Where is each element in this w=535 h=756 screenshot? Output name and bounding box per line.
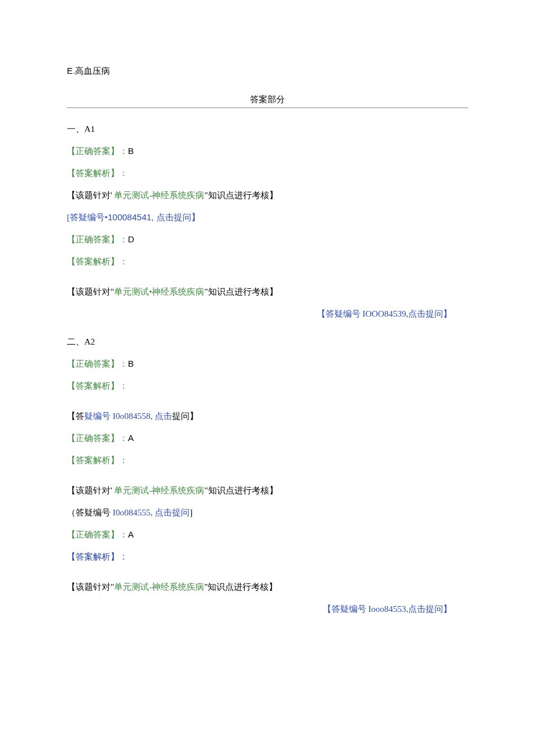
answers-section-title: 答案部分 <box>67 94 468 105</box>
s2q1-ref[interactable]: 【答疑编号 I0o084558, 点击提问】 <box>67 409 468 423</box>
label-correct-answer: 【正确答案】： <box>67 359 128 368</box>
s1q1-ref[interactable]: [答疑编号•100084541, 点击提问】 <box>67 210 468 224</box>
s1q1-correct-answer: 【正确答案】：B <box>67 144 468 158</box>
ref-suffix: 】 <box>191 213 200 222</box>
s2q1-analysis-label: 【答案解析】： <box>67 379 468 393</box>
ref-prefix: （答疑编号 <box>67 508 113 517</box>
value-correct-answer: D <box>128 234 134 244</box>
knowledge-prefix: 【该题针对" <box>67 287 114 296</box>
knowledge-prefix: 【该题针对' <box>67 191 112 200</box>
value-correct-answer: A <box>128 433 134 443</box>
ref-id: 100084541, 点击提问 <box>108 212 191 222</box>
s2q1-correct-answer: 【正确答案】：B <box>67 357 468 371</box>
s2q3-analysis-label: 【答案解析】： <box>67 550 468 564</box>
knowledge-topic: 单元测试-神经系统疾病 <box>112 486 205 495</box>
value-correct-answer: B <box>128 146 134 156</box>
knowledge-topic: 单元测试-神经系统疾病 <box>114 582 204 592</box>
knowledge-suffix: "知识点进行考核】 <box>204 486 277 495</box>
s2q3-ref[interactable]: 【答疑编号 Iooo84553,点击提问】 <box>67 602 468 616</box>
s2q2-ref[interactable]: （答疑编号 I0o084555, 点击提问] <box>67 506 468 519</box>
knowledge-topic: 单元测试-神经系统疾病 <box>112 191 205 200</box>
ref-suffix: 提问】 <box>172 411 198 421</box>
s2q2-knowledge: 【该题针对' 单元测试-神经系统疾病"知识点进行考核】 <box>67 483 468 497</box>
knowledge-suffix: "知识点进行考核】 <box>204 582 277 592</box>
label-correct-answer: 【正确答案】： <box>67 530 128 539</box>
s1q2-ref[interactable]: 【答疑编号 IOOO84539,点击提问】 <box>67 307 468 321</box>
s1q2-correct-answer: 【正确答案】：D <box>67 232 468 246</box>
knowledge-suffix: "知识点进行考核】 <box>204 191 277 200</box>
knowledge-prefix: 【该题针对' <box>67 486 112 495</box>
s1q1-knowledge: 【该题针对' 单元测试-神经系统疾病"知识点进行考核】 <box>67 188 468 202</box>
value-correct-answer: B <box>128 359 134 368</box>
knowledge-prefix: 【该题针对" <box>67 582 114 592</box>
s1q2-knowledge: 【该题针对"单元测试•神经系统疾病"知识点进行考核】 <box>67 285 468 299</box>
s2q2-analysis-label: 【答案解析】： <box>67 453 468 467</box>
divider <box>67 108 468 108</box>
value-correct-answer: A <box>128 529 134 539</box>
label-correct-answer: 【正确答案】： <box>67 235 128 244</box>
section-2-label: 二、A2 <box>67 335 468 349</box>
label-correct-answer: 【正确答案】： <box>67 146 128 156</box>
section-1-label: 一、A1 <box>67 122 468 136</box>
ref-middle: 疑编号 I0o084558, 点击 <box>84 411 172 421</box>
s2q2-correct-answer: 【正确答案】：A <box>67 431 468 445</box>
s1q1-analysis-label: 【答案解析】： <box>67 166 468 180</box>
ref-prefix: 【答 <box>67 411 84 421</box>
knowledge-topic: 单元测试•神经系统疾病 <box>114 287 204 296</box>
ref-prefix: [答疑编号• <box>67 213 108 222</box>
option-e: E.高血压病 <box>67 64 468 78</box>
knowledge-suffix: "知识点进行考核】 <box>204 287 277 296</box>
s1q2-analysis-label: 【答案解析】： <box>67 255 468 268</box>
ref-suffix: ] <box>190 508 192 517</box>
label-correct-answer: 【正确答案】： <box>67 433 128 443</box>
ref-id: I0o084555, 点击提问 <box>113 508 190 517</box>
s2q3-knowledge: 【该题针对"单元测试-神经系统疾病"知识点进行考核】 <box>67 580 468 594</box>
s2q3-correct-answer: 【正确答案】：A <box>67 528 468 542</box>
